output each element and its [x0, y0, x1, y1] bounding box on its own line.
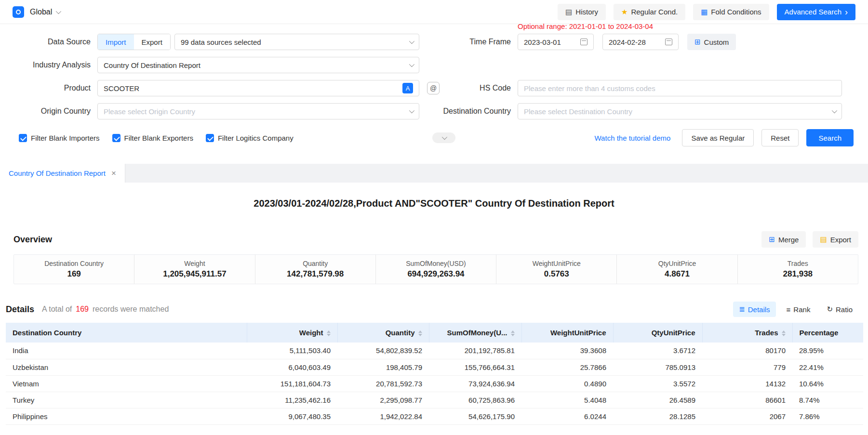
sort-down-caret — [782, 334, 786, 336]
calendar-icon — [580, 39, 588, 45]
stat-weightunitprice: WeightUnitPrice0.5763 — [496, 255, 616, 284]
tab-country-of-destination-report[interactable]: Country Of Destination Report × — [0, 164, 125, 183]
checkbox-icon[interactable] — [19, 134, 27, 142]
tutorial-link[interactable]: Watch the tutorial demo — [595, 134, 671, 142]
table-cell: 5.4048 — [521, 392, 613, 408]
sort-icon[interactable] — [511, 330, 515, 336]
table-cell: 2,295,098.77 — [337, 392, 429, 408]
region-selector[interactable]: Global — [30, 8, 60, 16]
column-header-label: QtyUnitPrice — [652, 329, 695, 337]
export-toggle-button[interactable]: Export — [134, 34, 170, 50]
export-button[interactable]: ▤ Export — [813, 231, 858, 248]
end-date-value: 2024-02-28 — [609, 38, 646, 46]
advanced-search-button[interactable]: Advanced Search › — [777, 4, 855, 20]
stat-value: 1,205,945,911.57 — [163, 269, 226, 279]
table-row[interactable]: India5,111,503.4054,802,839.52201,192,78… — [6, 343, 863, 359]
table-row[interactable]: Vietnam151,181,604.7320,781,592.7373,924… — [6, 375, 863, 392]
chevron-down-icon — [409, 62, 414, 67]
overview-title: Overview — [13, 235, 52, 245]
column-header[interactable]: Trades — [702, 323, 792, 343]
grid-icon: ⊞ — [694, 38, 701, 46]
custom-range-button[interactable]: ⊞ Custom — [687, 34, 736, 50]
table-cell: 20,781,592.73 — [337, 375, 429, 392]
checkbox-icon[interactable] — [206, 134, 214, 142]
start-date-value: 2023-03-01 — [524, 38, 561, 46]
merge-label: Merge — [778, 236, 799, 244]
checkbox-icon[interactable] — [112, 134, 120, 142]
stat-value: 281,938 — [783, 269, 813, 279]
view-rank-button[interactable]: ≡ Rank — [781, 302, 816, 317]
close-icon[interactable]: × — [111, 169, 116, 177]
sort-icon[interactable] — [418, 330, 422, 336]
merge-button[interactable]: ⊞ Merge — [761, 231, 806, 248]
destination-country-select[interactable]: Please select Destination Country — [518, 103, 842, 119]
table-row[interactable]: Philippines9,067,480.351,942,022.8454,62… — [6, 408, 863, 424]
sort-icon[interactable] — [327, 330, 331, 336]
view-ratio-button[interactable]: ↻ Ratio — [821, 302, 858, 317]
hs-code-input[interactable] — [518, 80, 842, 96]
table-cell: Turkey — [6, 392, 247, 408]
table-body: India5,111,503.4054,802,839.52201,192,78… — [6, 343, 863, 424]
history-icon: ▤ — [565, 8, 572, 16]
stat-label: SumOfMoney(USD) — [406, 260, 466, 267]
table-cell: Uzbekistan — [6, 359, 247, 375]
table-cell: Philippines — [6, 408, 247, 424]
filter-checkbox-filter-blank-importers[interactable]: Filter Blank Importers — [19, 134, 100, 142]
stat-value: 142,781,579.98 — [287, 269, 344, 279]
industry-analysis-value: Country Of Destination Report — [104, 61, 200, 69]
advanced-search-label: Advanced Search — [785, 8, 841, 16]
table-cell: 14132 — [702, 375, 792, 392]
filter-checkbox-filter-logitics-company[interactable]: Filter Logitics Company — [206, 134, 294, 142]
column-header: Destination Country — [6, 323, 247, 343]
save-as-regular-button[interactable]: Save as Regular — [682, 129, 754, 146]
stat-label: Destination Country — [44, 260, 104, 267]
reset-button[interactable]: Reset — [761, 129, 799, 146]
view-rank-label: Rank — [793, 305, 810, 314]
product-input[interactable] — [104, 80, 402, 96]
start-date-input[interactable]: 2023-03-01 — [518, 34, 594, 50]
end-date-input[interactable]: 2024-02-28 — [602, 34, 679, 50]
column-header[interactable]: Weight — [247, 323, 337, 343]
at-icon[interactable]: @ — [427, 82, 440, 94]
column-header[interactable]: SumOfMoney(U... — [429, 323, 521, 343]
search-button[interactable]: Search — [806, 129, 854, 146]
import-toggle-button[interactable]: Import — [98, 34, 134, 50]
industry-analysis-select[interactable]: Country Of Destination Report — [97, 57, 419, 73]
column-header-label: SumOfMoney(U... — [447, 329, 507, 337]
stat-qtyunitprice: QtyUnitPrice4.8671 — [616, 255, 737, 284]
history-button[interactable]: ▤ History — [558, 4, 606, 20]
product-input-box: A — [97, 80, 419, 96]
column-header-label: Destination Country — [13, 329, 81, 337]
table-cell: Vietnam — [6, 375, 247, 392]
overview-stats: Destination Country169Weight1,205,945,91… — [13, 254, 858, 284]
view-details-button[interactable]: ≣ Details — [733, 302, 775, 317]
data-source-select[interactable]: 99 data sources selected — [174, 34, 419, 50]
history-label: History — [575, 8, 598, 16]
table-row[interactable]: Turkey11,235,462.162,295,098.7760,725,86… — [6, 392, 863, 408]
table-cell: 26.4589 — [613, 392, 702, 408]
calendar-icon — [665, 39, 672, 45]
chevron-down-icon — [442, 134, 447, 140]
table-cell: 73,924,636.94 — [429, 375, 521, 392]
table-cell: India — [6, 343, 247, 359]
column-header: WeightUnitPrice — [521, 323, 613, 343]
column-header-label: Weight — [299, 329, 323, 337]
fold-conditions-button[interactable]: ▦ Fold Conditions — [693, 4, 769, 20]
optional-range-text: Optional range: 2021-01-01 to 2024-03-04 — [518, 22, 653, 30]
report-content: 2023/03/01-2024/02/28,Product AND"SCOOTE… — [0, 198, 868, 425]
regular-cond-button[interactable]: ★ Regular Cond. — [614, 4, 685, 20]
column-header[interactable]: Quantity — [337, 323, 429, 343]
table-row[interactable]: Uzbekistan6,040,603.49198,405.79155,766,… — [6, 359, 863, 375]
filter-checkbox-filter-blank-exporters[interactable]: Filter Blank Exporters — [112, 134, 193, 142]
sort-down-caret — [511, 334, 515, 336]
table-cell: 785.0913 — [613, 359, 702, 375]
table-cell: 151,181,604.73 — [247, 375, 337, 392]
ratio-icon: ↻ — [827, 305, 833, 314]
fold-icon: ▦ — [701, 8, 708, 16]
collapse-conditions-button[interactable] — [432, 132, 455, 143]
translate-icon[interactable]: A — [402, 83, 413, 93]
sort-icon[interactable] — [782, 330, 786, 336]
origin-country-select[interactable]: Please select Origin Country — [97, 103, 419, 119]
filter-checkbox-group: Filter Blank ImportersFilter Blank Expor… — [19, 134, 294, 142]
chevron-right-icon: › — [845, 8, 848, 16]
